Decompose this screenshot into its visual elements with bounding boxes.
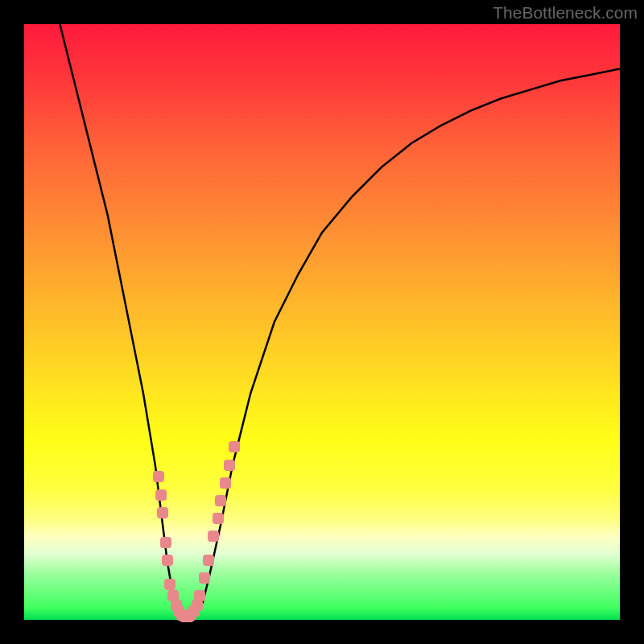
data-marker: [155, 489, 167, 501]
data-marker: [162, 555, 173, 566]
data-marker: [208, 530, 219, 542]
data-markers-layer: [24, 24, 620, 620]
data-marker: [203, 555, 214, 566]
data-marker: [160, 537, 171, 548]
data-marker: [224, 460, 235, 471]
data-marker: [157, 507, 168, 518]
watermark-text: TheBottleneck.com: [493, 3, 638, 23]
data-marker: [229, 441, 240, 452]
data-marker: [194, 590, 205, 601]
data-marker: [199, 572, 210, 584]
data-marker: [153, 471, 164, 482]
chart-plot-area: [24, 24, 620, 620]
data-marker: [164, 579, 175, 590]
data-marker: [220, 477, 231, 489]
data-marker: [215, 495, 226, 506]
data-marker: [213, 513, 224, 524]
